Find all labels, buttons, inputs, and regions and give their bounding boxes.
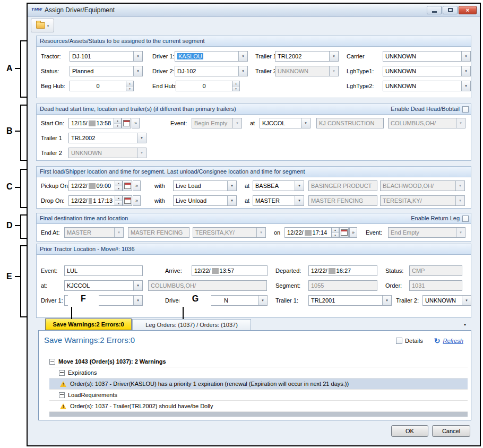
chevron-down-icon[interactable]: ▾ bbox=[227, 196, 236, 205]
spin-down-icon[interactable]: ▾ bbox=[115, 201, 122, 206]
spin-down-icon[interactable]: ▾ bbox=[115, 186, 122, 191]
chevron-down-icon[interactable]: ▾ bbox=[133, 51, 142, 61]
chevron-down-icon[interactable]: ▾ bbox=[133, 296, 142, 305]
tab-leg-orders-label: Leg Orders: (1037) / Orders: (1037) bbox=[145, 322, 238, 328]
chevron-down-icon[interactable]: ▾ bbox=[258, 296, 267, 305]
start-on-stepper[interactable]: ▴▾ bbox=[114, 118, 122, 128]
trailer1-select[interactable]: TRL2002▾ bbox=[275, 51, 339, 62]
arrive-field[interactable]: 12/22/13:57 bbox=[192, 265, 268, 276]
chevron-down-icon[interactable]: ▾ bbox=[301, 118, 310, 128]
chevron-down-icon[interactable]: ▾ bbox=[133, 281, 142, 290]
deadhead-trailer1-select[interactable]: TRL2002▾ bbox=[68, 133, 146, 143]
end-hub-input[interactable]: 0 bbox=[176, 81, 232, 91]
more-options-button[interactable]: » bbox=[349, 227, 357, 238]
more-options-button[interactable]: » bbox=[133, 195, 141, 206]
chevron-down-icon[interactable]: ▾ bbox=[137, 133, 146, 143]
chevron-down-icon[interactable]: ▾ bbox=[329, 51, 338, 61]
drop-event-select[interactable]: Live Unload▾ bbox=[173, 195, 237, 206]
end-hub-stepper[interactable]: ▴▾ bbox=[232, 81, 240, 91]
status-select[interactable]: Planned▾ bbox=[70, 66, 143, 76]
carrier-value: UNKNOWN bbox=[383, 51, 461, 61]
carrier-select[interactable]: UNKNOWN▾ bbox=[383, 51, 471, 62]
prior-event-field[interactable]: LUL bbox=[64, 265, 143, 276]
minimize-button[interactable] bbox=[427, 6, 442, 14]
chevron-down-icon: ▾ bbox=[256, 228, 265, 237]
open-button[interactable]: ▾ bbox=[31, 19, 54, 32]
beg-hub-input[interactable]: 0 bbox=[70, 81, 126, 91]
prior-location-select[interactable]: KJCCOL▾ bbox=[64, 280, 143, 291]
lghtype2-select[interactable]: UNKNOWN▾ bbox=[383, 81, 471, 91]
chevron-down-icon[interactable]: ▾ bbox=[238, 66, 247, 76]
ok-button[interactable]: OK bbox=[391, 425, 428, 437]
prior-trailer1-select[interactable]: TRL2001▾ bbox=[308, 295, 392, 306]
collapse-icon[interactable] bbox=[59, 370, 65, 376]
details-checkbox[interactable] bbox=[396, 338, 402, 344]
cancel-button[interactable]: Cancel bbox=[432, 425, 470, 437]
beg-hub-stepper[interactable]: ▴▾ bbox=[126, 81, 134, 91]
maximize-icon bbox=[448, 8, 453, 12]
warning-tree-row[interactable]: LoadRequirements bbox=[49, 390, 468, 401]
chevron-down-icon[interactable]: ▾ bbox=[461, 81, 470, 91]
calendar-button[interactable] bbox=[123, 180, 132, 191]
enable-return-leg-checkbox[interactable] bbox=[462, 216, 469, 222]
spin-down-icon[interactable]: ▾ bbox=[232, 87, 239, 91]
chevron-down-icon[interactable]: ▾ bbox=[295, 196, 304, 205]
pickup-date-stepper[interactable]: ▴▾ bbox=[115, 180, 123, 191]
driver2-select[interactable]: DJ-102▾ bbox=[175, 66, 248, 76]
warning-tree-row[interactable]: Order(s): 1037 - Driver(KASLOU) has a pr… bbox=[49, 378, 468, 390]
pickup-event-select[interactable]: Live Load▾ bbox=[173, 180, 237, 191]
chevron-down-icon[interactable]: ▾ bbox=[382, 296, 391, 305]
spin-up-icon[interactable]: ▴ bbox=[115, 196, 122, 201]
spin-up-icon[interactable]: ▴ bbox=[114, 118, 121, 124]
spin-up-icon[interactable]: ▴ bbox=[232, 81, 239, 87]
chevron-down-icon[interactable]: ▾ bbox=[47, 24, 49, 28]
tab-list-dropdown-icon[interactable]: ▾ bbox=[464, 322, 466, 327]
more-options-button[interactable]: » bbox=[132, 118, 140, 128]
collapse-icon[interactable] bbox=[49, 359, 55, 365]
departed-field[interactable]: 12/22/16:27 bbox=[308, 265, 377, 276]
drop-date-stepper[interactable]: ▴▾ bbox=[115, 195, 123, 206]
chevron-down-icon[interactable]: ▾ bbox=[227, 181, 236, 191]
deadhead-location-select[interactable]: KJCCOL▾ bbox=[260, 118, 310, 128]
warning-tree-row[interactable]: Expirations bbox=[49, 367, 468, 378]
spin-down-icon[interactable]: ▾ bbox=[114, 124, 121, 128]
warning-tree-row[interactable]: Order(s): 1037 - Trailer(TRL2002) should… bbox=[49, 401, 468, 412]
chevron-down-icon[interactable]: ▾ bbox=[462, 296, 471, 305]
end-date-input[interactable]: 12/22/17:14 bbox=[284, 227, 332, 238]
refresh-icon[interactable]: ↻ bbox=[434, 337, 441, 344]
spin-up-icon[interactable]: ▴ bbox=[332, 228, 339, 233]
calendar-button[interactable] bbox=[122, 118, 131, 128]
calendar-button[interactable] bbox=[123, 195, 132, 206]
lghtype1-select[interactable]: UNKNOWN▾ bbox=[383, 66, 471, 76]
warning-tree-row[interactable]: Move 1043 (Order(s) 1037): 2 Warnings bbox=[49, 356, 468, 367]
more-options-button[interactable]: » bbox=[133, 180, 141, 191]
refresh-link[interactable]: Refresh bbox=[443, 338, 463, 344]
collapse-icon[interactable] bbox=[59, 392, 65, 398]
chevron-down-icon[interactable]: ▾ bbox=[461, 66, 470, 76]
tab-save-warnings[interactable]: Save Warnings:2 Errors:0 bbox=[45, 318, 132, 330]
tab-leg-orders[interactable]: Leg Orders: (1037) / Orders: (1037) bbox=[132, 319, 251, 330]
drop-date-input[interactable]: 12/22/1 17:13 bbox=[68, 195, 115, 206]
title-bar[interactable]: TMW Assign Driver/Equipment × bbox=[28, 4, 480, 17]
start-on-date-input[interactable]: 12/15/13:58 bbox=[68, 118, 114, 128]
spin-down-icon[interactable]: ▾ bbox=[332, 233, 339, 238]
chevron-down-icon[interactable]: ▾ bbox=[461, 51, 470, 61]
enable-deadhead-checkbox[interactable] bbox=[462, 106, 469, 113]
driver2-label: Driver 2: bbox=[152, 68, 175, 74]
pickup-location-select[interactable]: BASBEA▾ bbox=[253, 180, 304, 191]
spin-up-icon[interactable]: ▴ bbox=[115, 181, 122, 186]
prior-trailer2-select[interactable]: UNKNOWN▾ bbox=[422, 295, 471, 306]
pickup-date-input[interactable]: 12/22/09:00 bbox=[68, 180, 115, 191]
close-button[interactable]: × bbox=[459, 6, 477, 14]
chevron-down-icon[interactable]: ▾ bbox=[295, 181, 304, 191]
spin-down-icon[interactable]: ▾ bbox=[126, 87, 133, 91]
tractor-select[interactable]: DJ-101▾ bbox=[70, 51, 143, 62]
end-date-stepper[interactable]: ▴▾ bbox=[332, 227, 339, 238]
drop-location-select[interactable]: MASTER▾ bbox=[253, 195, 304, 206]
chevron-down-icon[interactable]: ▾ bbox=[238, 51, 247, 61]
spin-up-icon[interactable]: ▴ bbox=[126, 81, 133, 87]
calendar-button[interactable] bbox=[339, 227, 349, 238]
chevron-down-icon[interactable]: ▾ bbox=[133, 66, 142, 76]
maximize-button[interactable] bbox=[443, 6, 458, 14]
driver1-select[interactable]: KASLOU▾ bbox=[175, 51, 248, 62]
